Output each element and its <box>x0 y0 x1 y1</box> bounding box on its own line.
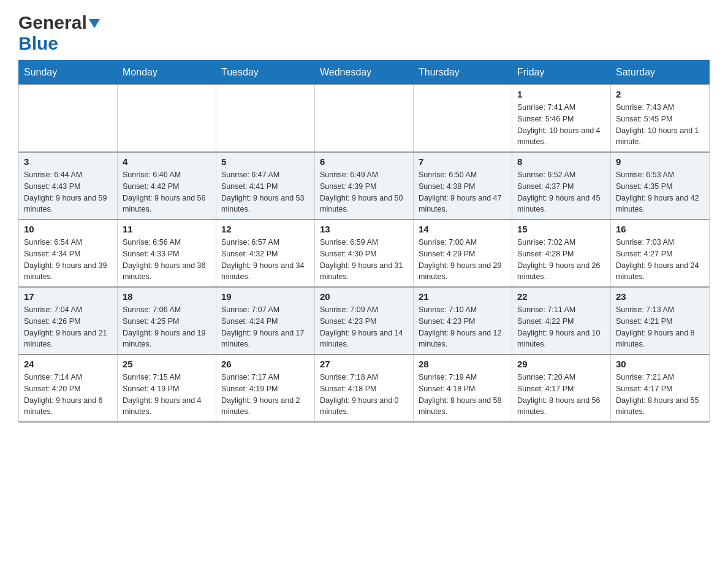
day-info: Sunrise: 6:46 AM Sunset: 4:42 PM Dayligh… <box>123 169 211 215</box>
calendar-cell: 20Sunrise: 7:09 AM Sunset: 4:23 PM Dayli… <box>315 287 414 354</box>
logo-blue-text: Blue <box>18 33 58 53</box>
day-number: 27 <box>320 359 408 369</box>
day-info: Sunrise: 6:54 AM Sunset: 4:34 PM Dayligh… <box>24 237 112 283</box>
calendar-cell: 23Sunrise: 7:13 AM Sunset: 4:21 PM Dayli… <box>611 287 710 354</box>
calendar-cell: 1Sunrise: 7:41 AM Sunset: 5:46 PM Daylig… <box>512 85 611 152</box>
calendar-cell: 24Sunrise: 7:14 AM Sunset: 4:20 PM Dayli… <box>19 354 118 422</box>
day-info: Sunrise: 7:17 AM Sunset: 4:19 PM Dayligh… <box>221 372 309 418</box>
day-info: Sunrise: 7:10 AM Sunset: 4:23 PM Dayligh… <box>419 304 507 350</box>
day-number: 26 <box>221 359 309 369</box>
col-header-thursday: Thursday <box>414 61 512 85</box>
day-info: Sunrise: 7:19 AM Sunset: 4:18 PM Dayligh… <box>419 372 507 418</box>
day-info: Sunrise: 7:14 AM Sunset: 4:20 PM Dayligh… <box>24 372 112 418</box>
day-number: 21 <box>419 291 507 302</box>
day-info: Sunrise: 7:41 AM Sunset: 5:46 PM Dayligh… <box>517 102 605 148</box>
day-info: Sunrise: 7:09 AM Sunset: 4:23 PM Dayligh… <box>320 304 408 350</box>
day-info: Sunrise: 6:49 AM Sunset: 4:39 PM Dayligh… <box>320 169 408 215</box>
day-number: 30 <box>616 359 704 369</box>
col-header-friday: Friday <box>512 61 611 85</box>
calendar-cell: 8Sunrise: 6:52 AM Sunset: 4:37 PM Daylig… <box>512 152 611 220</box>
day-number: 22 <box>517 291 605 302</box>
day-info: Sunrise: 7:03 AM Sunset: 4:27 PM Dayligh… <box>616 237 704 283</box>
day-info: Sunrise: 6:52 AM Sunset: 4:37 PM Dayligh… <box>517 169 605 215</box>
logo-general-text: General <box>18 12 100 33</box>
day-info: Sunrise: 7:18 AM Sunset: 4:18 PM Dayligh… <box>320 372 408 418</box>
day-number: 17 <box>24 291 112 302</box>
day-number: 29 <box>517 359 605 369</box>
day-info: Sunrise: 6:50 AM Sunset: 4:38 PM Dayligh… <box>419 169 507 215</box>
calendar-cell: 10Sunrise: 6:54 AM Sunset: 4:34 PM Dayli… <box>19 220 118 287</box>
day-info: Sunrise: 7:43 AM Sunset: 5:45 PM Dayligh… <box>616 102 704 148</box>
calendar-week-row: 24Sunrise: 7:14 AM Sunset: 4:20 PM Dayli… <box>19 354 710 422</box>
day-info: Sunrise: 7:15 AM Sunset: 4:19 PM Dayligh… <box>123 372 211 418</box>
day-number: 15 <box>517 224 605 234</box>
day-number: 6 <box>320 156 408 167</box>
day-number: 25 <box>123 359 211 369</box>
day-info: Sunrise: 7:00 AM Sunset: 4:29 PM Dayligh… <box>419 237 507 283</box>
day-number: 5 <box>221 156 309 167</box>
calendar-cell <box>118 85 216 152</box>
col-header-wednesday: Wednesday <box>315 61 414 85</box>
day-number: 11 <box>123 224 211 234</box>
calendar-header-row: SundayMondayTuesdayWednesdayThursdayFrid… <box>19 61 710 85</box>
calendar-cell: 18Sunrise: 7:06 AM Sunset: 4:25 PM Dayli… <box>118 287 216 354</box>
calendar-cell: 9Sunrise: 6:53 AM Sunset: 4:35 PM Daylig… <box>611 152 710 220</box>
day-number: 24 <box>24 359 112 369</box>
day-info: Sunrise: 6:53 AM Sunset: 4:35 PM Dayligh… <box>616 169 704 215</box>
calendar-cell: 27Sunrise: 7:18 AM Sunset: 4:18 PM Dayli… <box>315 354 414 422</box>
calendar-cell: 29Sunrise: 7:20 AM Sunset: 4:17 PM Dayli… <box>512 354 611 422</box>
day-number: 13 <box>320 224 408 234</box>
calendar-week-row: 17Sunrise: 7:04 AM Sunset: 4:26 PM Dayli… <box>19 287 710 354</box>
day-number: 8 <box>517 156 605 167</box>
day-number: 7 <box>419 156 507 167</box>
calendar-cell: 4Sunrise: 6:46 AM Sunset: 4:42 PM Daylig… <box>118 152 216 220</box>
day-info: Sunrise: 6:59 AM Sunset: 4:30 PM Dayligh… <box>320 237 408 283</box>
calendar-cell: 30Sunrise: 7:21 AM Sunset: 4:17 PM Dayli… <box>611 354 710 422</box>
calendar-cell: 13Sunrise: 6:59 AM Sunset: 4:30 PM Dayli… <box>315 220 414 287</box>
calendar-cell: 12Sunrise: 6:57 AM Sunset: 4:32 PM Dayli… <box>216 220 315 287</box>
calendar-table: SundayMondayTuesdayWednesdayThursdayFrid… <box>18 60 710 423</box>
day-info: Sunrise: 7:06 AM Sunset: 4:25 PM Dayligh… <box>123 304 211 350</box>
day-number: 12 <box>221 224 309 234</box>
calendar-week-row: 1Sunrise: 7:41 AM Sunset: 5:46 PM Daylig… <box>19 85 710 152</box>
day-number: 20 <box>320 291 408 302</box>
day-number: 10 <box>24 224 112 234</box>
day-info: Sunrise: 6:57 AM Sunset: 4:32 PM Dayligh… <box>221 237 309 283</box>
calendar-cell: 2Sunrise: 7:43 AM Sunset: 5:45 PM Daylig… <box>611 85 710 152</box>
page-header: General Blue <box>18 12 710 54</box>
day-number: 3 <box>24 156 112 167</box>
calendar-cell: 25Sunrise: 7:15 AM Sunset: 4:19 PM Dayli… <box>118 354 216 422</box>
calendar-cell: 11Sunrise: 6:56 AM Sunset: 4:33 PM Dayli… <box>118 220 216 287</box>
day-info: Sunrise: 7:11 AM Sunset: 4:22 PM Dayligh… <box>517 304 605 350</box>
col-header-saturday: Saturday <box>611 61 710 85</box>
calendar-cell: 14Sunrise: 7:00 AM Sunset: 4:29 PM Dayli… <box>414 220 512 287</box>
calendar-cell <box>19 85 118 152</box>
day-number: 23 <box>616 291 704 302</box>
calendar-cell: 28Sunrise: 7:19 AM Sunset: 4:18 PM Dayli… <box>414 354 512 422</box>
day-info: Sunrise: 7:04 AM Sunset: 4:26 PM Dayligh… <box>24 304 112 350</box>
col-header-monday: Monday <box>118 61 216 85</box>
logo: General Blue <box>18 12 100 54</box>
calendar-cell: 5Sunrise: 6:47 AM Sunset: 4:41 PM Daylig… <box>216 152 315 220</box>
calendar-week-row: 10Sunrise: 6:54 AM Sunset: 4:34 PM Dayli… <box>19 220 710 287</box>
calendar-week-row: 3Sunrise: 6:44 AM Sunset: 4:43 PM Daylig… <box>19 152 710 220</box>
calendar-cell: 19Sunrise: 7:07 AM Sunset: 4:24 PM Dayli… <box>216 287 315 354</box>
calendar-cell: 3Sunrise: 6:44 AM Sunset: 4:43 PM Daylig… <box>19 152 118 220</box>
day-info: Sunrise: 6:56 AM Sunset: 4:33 PM Dayligh… <box>123 237 211 283</box>
calendar-cell: 17Sunrise: 7:04 AM Sunset: 4:26 PM Dayli… <box>19 287 118 354</box>
day-info: Sunrise: 6:44 AM Sunset: 4:43 PM Dayligh… <box>24 169 112 215</box>
day-info: Sunrise: 7:02 AM Sunset: 4:28 PM Dayligh… <box>517 237 605 283</box>
day-number: 4 <box>123 156 211 167</box>
calendar-cell <box>414 85 512 152</box>
calendar-cell: 21Sunrise: 7:10 AM Sunset: 4:23 PM Dayli… <box>414 287 512 354</box>
day-number: 14 <box>419 224 507 234</box>
calendar-cell <box>216 85 315 152</box>
calendar-cell: 7Sunrise: 6:50 AM Sunset: 4:38 PM Daylig… <box>414 152 512 220</box>
col-header-tuesday: Tuesday <box>216 61 315 85</box>
calendar-cell: 6Sunrise: 6:49 AM Sunset: 4:39 PM Daylig… <box>315 152 414 220</box>
day-info: Sunrise: 7:13 AM Sunset: 4:21 PM Dayligh… <box>616 304 704 350</box>
day-info: Sunrise: 7:07 AM Sunset: 4:24 PM Dayligh… <box>221 304 309 350</box>
day-number: 16 <box>616 224 704 234</box>
day-number: 1 <box>517 89 605 99</box>
day-info: Sunrise: 7:21 AM Sunset: 4:17 PM Dayligh… <box>616 372 704 418</box>
